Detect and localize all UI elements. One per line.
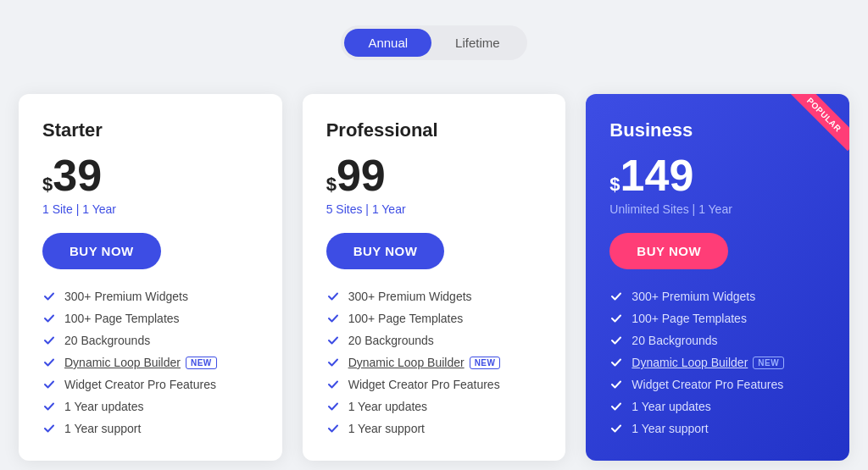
feature-text-business-6: 1 Year support [632,422,708,435]
feature-text-wrapper-starter-5: 1 Year updates [64,400,143,413]
check-icon-starter-4 [42,378,56,391]
check-icon-starter-3 [42,356,56,369]
price-amount-starter: 39 [53,153,102,197]
check-icon-business-6 [609,422,623,435]
plan-card-professional: Professional $ 99 5 Sites | 1 YearBUY NO… [303,94,566,461]
feature-text-business-4: Widget Creator Pro Features [632,378,783,391]
plan-card-starter: Starter $ 39 1 Site | 1 YearBUY NOW 300+… [19,94,282,461]
check-icon-professional-3 [326,356,340,369]
check-icon-professional-4 [326,378,340,391]
feature-item-starter-5: 1 Year updates [42,400,259,413]
feature-text-professional-2: 20 Backgrounds [348,334,434,347]
buy-now-button-business[interactable]: BUY NOW [609,233,728,269]
feature-list-professional: 300+ Premium Widgets 100+ Page Templates… [326,290,542,435]
check-icon-professional-5 [326,400,340,413]
feature-text-starter-0: 300+ Premium Widgets [64,290,188,303]
feature-text-wrapper-starter-4: Widget Creator Pro Features [64,378,216,391]
price-row-starter: $ 39 [42,153,259,197]
feature-item-professional-4: Widget Creator Pro Features [326,378,542,391]
price-row-professional: $ 99 [326,153,542,197]
pricing-cards: Starter $ 39 1 Site | 1 YearBUY NOW 300+… [19,94,849,461]
feature-link-business-3[interactable]: Dynamic Loop Builder [632,356,748,369]
billing-toggle: Annual Lifetime [341,25,526,60]
feature-item-starter-0: 300+ Premium Widgets [42,290,259,303]
feature-item-business-0: 300+ Premium Widgets [609,290,826,303]
feature-text-wrapper-business-1: 100+ Page Templates [632,312,747,325]
feature-text-wrapper-professional-1: 100+ Page Templates [348,312,464,325]
feature-item-business-6: 1 Year support [609,422,826,435]
feature-item-professional-6: 1 Year support [326,422,542,435]
feature-text-starter-6: 1 Year support [64,422,141,435]
feature-item-professional-2: 20 Backgrounds [326,334,542,347]
plan-meta-starter: 1 Site | 1 Year [42,202,259,216]
feature-item-business-4: Widget Creator Pro Features [609,378,826,391]
feature-text-wrapper-professional-3: Dynamic Loop Builder NEW [348,356,501,369]
new-badge-business-3: NEW [753,357,784,369]
feature-text-wrapper-business-5: 1 Year updates [632,400,710,413]
feature-text-professional-0: 300+ Premium Widgets [348,290,472,303]
feature-item-starter-3: Dynamic Loop Builder NEW [42,356,259,369]
check-icon-professional-0 [326,290,340,303]
feature-item-starter-6: 1 Year support [42,422,259,435]
feature-item-business-2: 20 Backgrounds [609,334,826,347]
plan-meta-professional: 5 Sites | 1 Year [326,202,542,216]
check-icon-business-1 [609,312,623,325]
check-icon-starter-0 [42,290,56,303]
feature-text-wrapper-business-2: 20 Backgrounds [632,334,717,347]
check-icon-professional-6 [326,422,340,435]
plan-name-starter: Starter [42,119,259,141]
plan-name-professional: Professional [326,119,542,141]
feature-text-wrapper-business-4: Widget Creator Pro Features [632,378,783,391]
new-badge-professional-3: NEW [470,357,501,369]
feature-list-starter: 300+ Premium Widgets 100+ Page Templates… [42,290,259,435]
feature-text-wrapper-business-0: 300+ Premium Widgets [632,290,755,303]
feature-text-professional-6: 1 Year support [348,422,425,435]
feature-item-business-3: Dynamic Loop Builder NEW [609,356,826,369]
price-symbol-starter: $ [42,174,53,196]
price-amount-business: 149 [620,153,694,197]
feature-text-wrapper-professional-4: Widget Creator Pro Features [348,378,500,391]
feature-text-wrapper-starter-2: 20 Backgrounds [64,334,150,347]
lifetime-toggle-btn[interactable]: Lifetime [431,29,524,57]
feature-text-wrapper-professional-2: 20 Backgrounds [348,334,434,347]
check-icon-business-2 [609,334,623,347]
feature-text-business-2: 20 Backgrounds [632,334,717,347]
plan-meta-business: Unlimited Sites | 1 Year [609,202,826,216]
check-icon-starter-1 [42,312,56,325]
check-icon-starter-5 [42,400,56,413]
feature-link-professional-3[interactable]: Dynamic Loop Builder [348,356,465,369]
feature-text-professional-5: 1 Year updates [348,400,427,413]
feature-text-wrapper-professional-0: 300+ Premium Widgets [348,290,472,303]
feature-text-wrapper-starter-6: 1 Year support [64,422,141,435]
new-badge-starter-3: NEW [186,357,217,369]
check-icon-business-4 [609,378,623,391]
check-icon-starter-6 [42,422,56,435]
feature-item-professional-3: Dynamic Loop Builder NEW [326,356,542,369]
feature-item-starter-4: Widget Creator Pro Features [42,378,259,391]
feature-item-business-1: 100+ Page Templates [609,312,826,325]
buy-now-button-professional[interactable]: BUY NOW [326,233,445,269]
plan-card-business: POPULAR Business $ 149 Unlimited Sites |… [586,94,849,461]
buy-now-button-starter[interactable]: BUY NOW [42,233,161,269]
check-icon-starter-2 [42,334,56,347]
feature-text-wrapper-professional-5: 1 Year updates [348,400,427,413]
check-icon-business-5 [609,400,623,413]
feature-text-starter-5: 1 Year updates [64,400,143,413]
feature-text-business-1: 100+ Page Templates [632,312,747,325]
annual-toggle-btn[interactable]: Annual [344,29,431,57]
feature-text-professional-4: Widget Creator Pro Features [348,378,500,391]
feature-text-starter-2: 20 Backgrounds [64,334,150,347]
feature-item-professional-5: 1 Year updates [326,400,542,413]
feature-item-starter-1: 100+ Page Templates [42,312,259,325]
feature-text-professional-1: 100+ Page Templates [348,312,464,325]
feature-text-wrapper-starter-3: Dynamic Loop Builder NEW [64,356,217,369]
check-icon-professional-1 [326,312,340,325]
feature-text-business-5: 1 Year updates [632,400,710,413]
price-amount-professional: 99 [337,153,386,197]
feature-item-professional-0: 300+ Premium Widgets [326,290,542,303]
popular-badge: POPULAR [787,94,849,151]
feature-text-wrapper-business-3: Dynamic Loop Builder NEW [632,356,784,369]
feature-link-starter-3[interactable]: Dynamic Loop Builder [64,356,181,369]
feature-list-business: 300+ Premium Widgets 100+ Page Templates… [609,290,826,435]
feature-item-starter-2: 20 Backgrounds [42,334,259,347]
